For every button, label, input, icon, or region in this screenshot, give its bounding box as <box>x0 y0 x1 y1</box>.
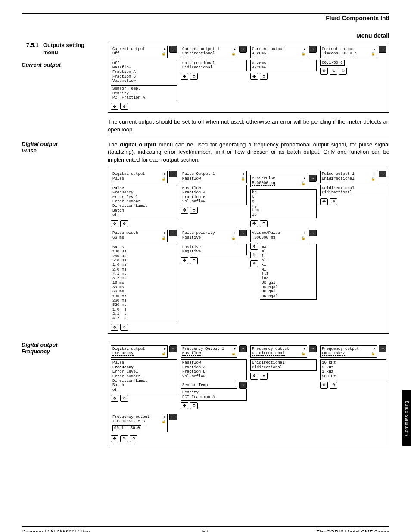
menu-header: Current output 1 <box>182 47 219 51</box>
section-subtitle: menu <box>43 49 103 56</box>
menu-header: Pulse width <box>112 231 138 235</box>
menu-selected: Fmax 10kHz <box>322 351 345 356</box>
page: Fluid Components Intl Menu detail 7.5.1O… <box>0 13 411 532</box>
menu-pulse-width: Pulse width 66 ms 64 us <box>111 230 177 331</box>
nav-icon[interactable] <box>111 395 118 402</box>
play-icon <box>234 231 236 235</box>
next-icon[interactable] <box>169 46 177 53</box>
play-icon <box>164 172 166 176</box>
menu-options: Unidirectional Bidirectional <box>181 60 247 72</box>
diagram-digital-output-frequency: Digital output Frequency <box>108 342 389 445</box>
nav-icon[interactable] <box>250 373 258 380</box>
nav-icon[interactable] <box>320 382 328 389</box>
menu-current-timeconst: Current output Timecon. 05.0 s 00.1-30 <box>320 46 386 110</box>
next-icon[interactable] <box>309 345 317 352</box>
menu-units: kg t g mg ton lb <box>250 189 317 218</box>
nav-icon[interactable] <box>181 73 188 80</box>
nav-icon[interactable] <box>250 243 258 250</box>
nav-icon[interactable] <box>111 220 118 227</box>
next-icon[interactable] <box>309 46 317 53</box>
next-icon[interactable] <box>379 171 386 177</box>
lock-icon <box>241 177 245 181</box>
knob-icon[interactable] <box>120 395 128 402</box>
knob-icon[interactable] <box>260 73 268 80</box>
play-icon <box>304 231 305 235</box>
menu-selected: Unidirectional <box>322 177 355 181</box>
play-icon <box>234 347 236 351</box>
next-icon[interactable] <box>239 382 247 389</box>
menu-options-2: Density PCT Fraction A <box>181 389 247 401</box>
menu-header: Frequency output <box>252 347 289 351</box>
next-icon[interactable] <box>309 175 317 182</box>
updown-icon[interactable] <box>250 252 258 258</box>
play-icon <box>374 172 375 176</box>
knob-icon[interactable] <box>260 220 268 227</box>
menu-options: Massflow Fraction A Fraction B Volumeflo… <box>181 185 247 205</box>
next-icon[interactable] <box>239 46 247 53</box>
menu-selected: Positive <box>182 236 201 240</box>
menu-pulse-direction: Pulse output 1 Unidirectional <box>320 171 386 227</box>
menu-header: Pulse polarity <box>182 231 215 235</box>
menu-selected: 4-20mA <box>252 51 266 56</box>
knob-icon[interactable] <box>330 382 337 389</box>
section-current-output: 7.5.1Outputs setting menu Current output… <box>22 42 389 141</box>
nav-icon[interactable] <box>181 257 188 264</box>
knob-icon[interactable] <box>339 68 347 75</box>
menu-selected: timeconst. 5 s <box>112 419 145 424</box>
play-icon <box>164 47 166 51</box>
range: 00.1 - 30.0 <box>112 425 141 431</box>
menu-mass-per-pulse: Mass/Pulse 5.00000 kg k <box>250 171 317 227</box>
menu-selected: Unidirectional <box>252 351 285 356</box>
nav-icon[interactable] <box>250 73 258 80</box>
knob-icon[interactable] <box>250 260 258 267</box>
menu-header: Mass/Pulse <box>252 176 275 180</box>
side-label-digital-freq-l2: Frequency <box>22 348 103 355</box>
knob-icon[interactable] <box>130 435 137 442</box>
menu-options-2: Sensor Temp. Density PCT Fraction A <box>111 85 177 101</box>
menu-freq-fmax: Frequency output Fmax 10kHz <box>320 345 386 409</box>
next-icon[interactable] <box>309 230 317 236</box>
nav-icon[interactable] <box>111 435 118 442</box>
knob-icon[interactable] <box>120 103 128 110</box>
menu-options: Off Massflow Fraction A Fraction B Volum… <box>111 60 177 85</box>
next-icon[interactable] <box>379 46 386 53</box>
footer-doc: Document 06EN003327 Rev. - <box>22 529 94 532</box>
knob-icon[interactable] <box>190 73 198 80</box>
nav-icon[interactable] <box>181 207 188 214</box>
nav-icon[interactable] <box>111 324 118 331</box>
next-icon[interactable] <box>239 230 247 236</box>
nav-icon[interactable] <box>250 220 258 227</box>
nav-icon[interactable] <box>181 402 188 409</box>
next-icon[interactable] <box>239 345 247 352</box>
menu-options: Unidirectional Bidirectional <box>250 359 317 371</box>
menu-frequency-output-1: Frequency Output 1 Massflow <box>181 345 247 409</box>
lock-icon <box>231 52 236 56</box>
knob-icon[interactable] <box>330 198 337 205</box>
menu-selected: Unidirectional <box>182 51 215 56</box>
knob-icon[interactable] <box>120 220 128 227</box>
menu-selected: Pulse <box>112 177 124 181</box>
menu-header: Current output <box>112 47 145 51</box>
menu-options: 64 us 130 us 260 us 510 us 1.0 ms 2.0 ms… <box>111 244 177 322</box>
footer-page: 57 <box>202 529 209 532</box>
knob-icon[interactable] <box>260 373 268 380</box>
diagram-current-output: Current output Off Off <box>108 42 389 113</box>
menu-options: 10 kHz 5 kHz 1 kHz 500 Hz <box>320 359 386 380</box>
next-icon[interactable] <box>169 171 177 177</box>
next-icon[interactable] <box>169 345 177 352</box>
knob-icon[interactable] <box>190 402 198 409</box>
menu-header-2: Sensor Temp <box>182 383 208 387</box>
menu-header: Pulse output 1 <box>322 172 355 176</box>
section-digital-output-frequency: Digital output Frequency Digital output <box>22 342 389 445</box>
updown-icon[interactable] <box>120 435 128 442</box>
knob-icon[interactable] <box>120 324 128 331</box>
nav-icon[interactable] <box>320 68 328 75</box>
nav-icon[interactable] <box>111 103 118 110</box>
next-icon[interactable] <box>169 414 177 420</box>
knob-icon[interactable] <box>190 207 198 214</box>
next-icon[interactable] <box>379 345 386 352</box>
knob-icon[interactable] <box>190 257 198 264</box>
next-icon[interactable] <box>169 230 177 236</box>
updown-icon[interactable] <box>330 68 337 75</box>
nav-icon[interactable] <box>320 198 328 205</box>
